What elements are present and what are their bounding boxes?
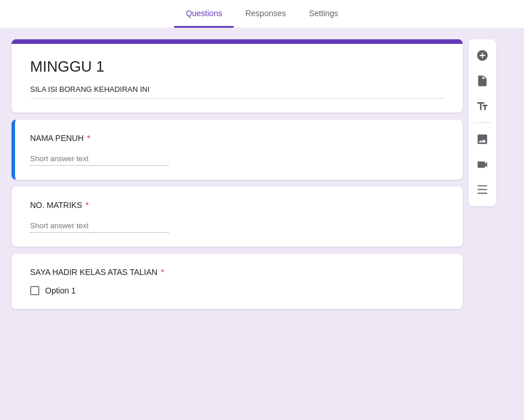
short-answer-input-1[interactable] [30, 152, 169, 166]
right-sidebar [468, 39, 496, 206]
checkbox-1[interactable] [30, 286, 39, 295]
required-star-2: * [86, 200, 88, 210]
question-card-nama-penuh[interactable]: NAMA PENUH * [12, 120, 463, 180]
question-label-1: NAMA PENUH * [30, 133, 444, 143]
video-icon[interactable] [471, 153, 494, 176]
import-icon[interactable] [471, 69, 494, 92]
checkbox-option-1: Option 1 [30, 286, 444, 295]
form-description: SILA ISI BORANG KEHADIRAN INI [30, 85, 444, 99]
cards-container: MINGGU 1 SILA ISI BORANG KEHADIRAN INI N… [12, 39, 463, 309]
text-icon[interactable] [471, 95, 494, 118]
required-star-1: * [87, 133, 90, 143]
short-answer-input-2[interactable] [30, 219, 169, 233]
add-circle-icon[interactable] [471, 44, 494, 67]
option-label-1: Option 1 [45, 286, 76, 295]
tab-responses[interactable]: Responses [234, 1, 297, 28]
sidebar-divider [473, 122, 492, 123]
top-navigation: Questions Responses Settings [0, 0, 524, 28]
question-card-no-matriks[interactable]: NO. MATRIKS * [12, 187, 463, 247]
main-content: MINGGU 1 SILA ISI BORANG KEHADIRAN INI N… [0, 28, 524, 321]
tab-questions[interactable]: Questions [174, 1, 234, 28]
question-label-2: NO. MATRIKS * [30, 200, 444, 210]
tab-settings[interactable]: Settings [297, 1, 350, 28]
section-icon[interactable] [471, 179, 494, 202]
image-icon[interactable] [471, 128, 494, 151]
question-card-hadir[interactable]: SAYA HADIR KELAS ATAS TALIAN * Option 1 [12, 254, 463, 309]
form-title: MINGGU 1 [30, 58, 444, 76]
required-star-3: * [161, 267, 164, 277]
question-label-3: SAYA HADIR KELAS ATAS TALIAN * [30, 267, 444, 277]
title-card: MINGGU 1 SILA ISI BORANG KEHADIRAN INI [12, 39, 463, 113]
